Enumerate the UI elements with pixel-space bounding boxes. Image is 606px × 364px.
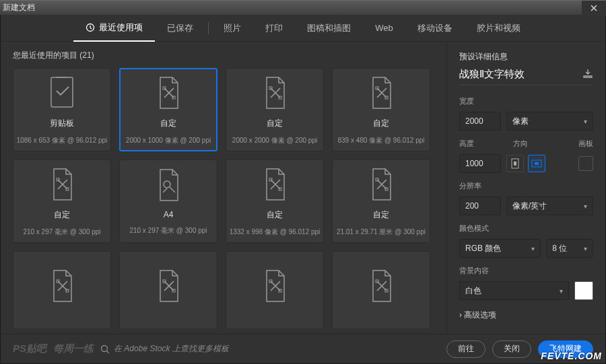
artboard-label: 画板: [578, 139, 593, 149]
chevron-down-icon: ▾: [584, 245, 587, 252]
go-button[interactable]: 前往: [446, 340, 485, 358]
watermark-1: PS贴吧: [13, 342, 46, 355]
tab-0[interactable]: 最近使用项: [73, 15, 155, 42]
close-window-button[interactable]: [582, 1, 606, 15]
width-input[interactable]: [459, 112, 501, 131]
preset-card[interactable]: [332, 251, 430, 328]
preset-icon: [47, 166, 77, 203]
preset-icon: [47, 75, 77, 111]
preset-icon: [366, 75, 396, 111]
orient-portrait-button[interactable]: [506, 155, 524, 172]
svg-point-27: [102, 345, 108, 351]
preset-icon: [47, 268, 77, 304]
tab-3[interactable]: 打印: [253, 15, 295, 42]
chevron-down-icon: ▾: [584, 203, 587, 210]
bg-label: 背景内容: [459, 266, 593, 276]
preset-spec: 1086 x 653 像素 @ 96.012 ppi: [17, 136, 108, 145]
preset-spec: 2000 x 1000 像素 @ 200 ppi: [126, 136, 211, 145]
svg-rect-1: [51, 77, 73, 107]
width-unit-select[interactable]: 像素▾: [506, 112, 593, 131]
tab-7[interactable]: 胶片和视频: [465, 15, 533, 42]
preset-card[interactable]: 自定21.01 x 29.71 厘米 @ 300 ppi: [332, 159, 430, 243]
preset-card[interactable]: [13, 251, 111, 328]
chevron-down-icon: ▾: [531, 245, 535, 252]
preset-icon: [366, 268, 396, 304]
preset-icon: [154, 75, 183, 111]
preset-card[interactable]: 自定1332 x 998 像素 @ 96.012 ppi: [226, 159, 324, 243]
bg-swatch[interactable]: [574, 281, 593, 300]
recent-header: 您最近使用的项目 (21): [13, 50, 434, 61]
chevron-down-icon: ▾: [584, 118, 587, 125]
orient-landscape-button[interactable]: [528, 155, 545, 172]
preset-spec: 839 x 480 像素 @ 96.012 ppi: [337, 136, 424, 145]
watermark-2: 每周一练: [53, 342, 94, 355]
tab-5[interactable]: Web: [363, 15, 405, 42]
preset-spec: 21.01 x 29.71 厘米 @ 300 ppi: [337, 227, 426, 237]
category-tabs: 最近使用项已保存照片打印图稿和插图Web移动设备胶片和视频: [1, 15, 605, 42]
brand-watermark: FEVTE.COM: [541, 351, 602, 361]
preset-icon: [260, 75, 290, 111]
svg-rect-26: [535, 162, 539, 165]
tab-4[interactable]: 图稿和插图: [295, 15, 363, 42]
preset-card[interactable]: [226, 251, 324, 328]
preset-icon: [260, 268, 290, 304]
preset-icon: [366, 166, 396, 203]
height-input[interactable]: [459, 154, 501, 173]
svg-rect-24: [514, 161, 516, 166]
bitdepth-select[interactable]: 8 位▾: [546, 239, 593, 258]
search-icon: [100, 344, 110, 354]
preset-name: 自定: [54, 209, 70, 221]
preset-name: 自定: [373, 118, 389, 129]
chevron-down-icon: ▾: [560, 287, 563, 295]
save-preset-icon[interactable]: [582, 69, 593, 80]
preset-name: 自定: [160, 118, 176, 129]
preset-icon: [154, 167, 183, 203]
chevron-right-icon: ›: [459, 310, 462, 320]
colormode-select[interactable]: RGB 颜色▾: [459, 239, 541, 258]
height-label: 高度: [459, 139, 500, 149]
preset-spec: 210 x 297 毫米 @ 300 ppi: [129, 226, 207, 235]
preset-spec: 210 x 297 毫米 @ 300 ppi: [23, 227, 100, 237]
preset-card[interactable]: 自定2000 x 2000 像素 @ 200 ppi: [226, 68, 324, 151]
close-button[interactable]: 关闭: [492, 340, 531, 358]
preset-card[interactable]: 剪贴板1086 x 653 像素 @ 96.012 ppi: [13, 68, 111, 151]
preset-name: 自定: [267, 118, 283, 129]
preset-spec: 2000 x 2000 像素 @ 200 ppi: [232, 136, 317, 145]
preset-name: A4: [164, 210, 174, 219]
resolution-label: 分辨率: [459, 181, 593, 191]
bg-select[interactable]: 白色▾: [459, 281, 569, 300]
window-title: 新建文档: [3, 2, 35, 13]
preset-card[interactable]: A4210 x 297 毫米 @ 300 ppi: [119, 159, 217, 243]
artboard-checkbox[interactable]: [578, 156, 593, 171]
preset-name: 自定: [373, 209, 389, 221]
preset-grid: 剪贴板1086 x 653 像素 @ 96.012 ppi自定2000 x 10…: [13, 68, 434, 328]
footer: PS贴吧 每周一练 在 Adobe Stock 上查找更多模板 前往 关闭 飞特…: [1, 334, 605, 363]
clock-icon: [86, 23, 95, 32]
preset-name-row: 战狼Ⅱ文字特效: [459, 68, 593, 85]
stock-search[interactable]: 在 Adobe Stock 上查找更多模板: [100, 343, 440, 355]
preset-icon: [260, 166, 290, 203]
detail-panel: 预设详细信息 战狼Ⅱ文字特效 宽度 像素▾ 高度 方向 画板: [446, 42, 605, 334]
advanced-toggle[interactable]: › 高级选项: [459, 310, 593, 321]
preset-name: 剪贴板: [50, 118, 74, 129]
svg-point-10: [164, 181, 170, 188]
preset-card[interactable]: 自定210 x 297 毫米 @ 300 ppi: [13, 159, 111, 243]
preset-name: 战狼Ⅱ文字特效: [459, 68, 525, 81]
preset-card[interactable]: [119, 251, 217, 328]
tab-6[interactable]: 移动设备: [405, 15, 465, 42]
tab-1[interactable]: 已保存: [155, 15, 205, 42]
resolution-input[interactable]: [459, 196, 501, 215]
close-icon: [590, 4, 598, 12]
preset-icon: [154, 268, 183, 304]
titlebar: 新建文档: [0, 0, 606, 15]
tab-2[interactable]: 照片: [211, 15, 253, 42]
resolution-unit-select[interactable]: 像素/英寸▾: [506, 196, 593, 215]
preset-name: 自定: [267, 209, 283, 221]
detail-section-title: 预设详细信息: [459, 51, 593, 63]
colormode-label: 颜色模式: [459, 223, 593, 233]
preset-card[interactable]: 自定2000 x 1000 像素 @ 200 ppi: [119, 68, 217, 151]
preset-card[interactable]: 自定839 x 480 像素 @ 96.012 ppi: [332, 68, 430, 151]
width-label: 宽度: [459, 96, 593, 106]
preset-spec: 1332 x 998 像素 @ 96.012 ppi: [230, 227, 321, 237]
orient-label: 方向: [513, 139, 528, 149]
